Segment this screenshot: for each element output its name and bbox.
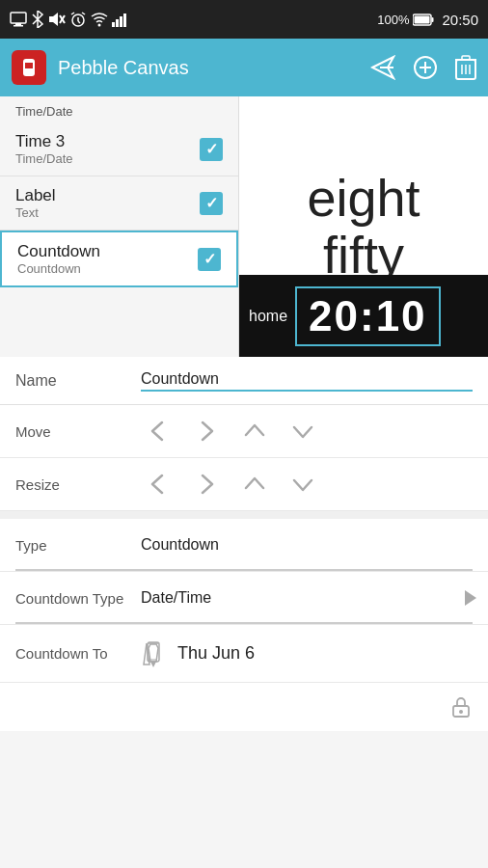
resize-up-button[interactable] [237,467,272,502]
resize-right-button[interactable] [189,467,224,502]
send-icon[interactable] [370,55,395,80]
status-bar: 100% 20:50 [0,0,488,39]
countdown-to-content: Thu Jun 6 [141,640,255,667]
svg-rect-29 [462,56,470,60]
resize-left-button[interactable] [141,467,176,502]
mute-icon [48,11,66,28]
status-right: 100% 20:50 [377,12,478,28]
battery-icon [413,14,434,26]
screen-icon [10,12,27,27]
move-controls [141,414,320,448]
preview-big-text: eight fifty [307,170,420,285]
countdown-type-underline [15,622,473,624]
resize-controls [141,467,320,502]
status-time: 20:50 [442,12,478,28]
dropdown-arrow-icon [465,590,476,606]
add-icon[interactable] [413,55,438,80]
battery-percent: 100% [377,13,409,27]
resize-down-button[interactable] [285,467,320,502]
checkbox-countdown[interactable] [198,248,221,271]
svg-rect-1 [15,23,21,25]
move-right-button[interactable] [189,414,224,448]
preview-area: eight fifty home 20:10 [239,96,488,357]
status-left-icons [10,11,129,28]
svg-rect-18 [415,15,430,23]
property-countdown-type-row[interactable]: Countdown Type Date/Time [0,572,488,625]
signal-icon [112,12,129,27]
section-divider-1 [0,511,488,519]
wifi-icon [91,12,108,27]
svg-line-9 [71,13,74,14]
app-bar: Pebble Canvas [0,39,488,96]
svg-rect-2 [14,25,23,27]
list-item-time3[interactable]: Time 3 Time/Date [0,122,238,176]
checkbox-label[interactable] [200,192,223,215]
svg-marker-3 [49,13,58,26]
app-title: Pebble Canvas [58,57,359,79]
svg-rect-13 [116,19,119,27]
lock-icon-row [0,683,488,731]
type-underline [15,569,473,571]
app-logo [12,50,46,85]
alarm-icon [69,11,87,28]
bluetooth-icon [31,11,44,28]
property-resize-row: Resize [0,458,488,511]
property-name-row: Name Countdown [0,357,488,405]
svg-rect-0 [11,13,26,23]
property-countdown-to-row: Countdown To Thu Jun 6 [0,625,488,683]
svg-rect-21 [25,63,33,68]
app-bar-actions [370,55,476,80]
countdown-date: Thu Jun 6 [177,643,255,664]
svg-rect-14 [120,16,122,27]
checkbox-time3[interactable] [200,138,223,161]
svg-point-37 [459,710,463,714]
svg-rect-12 [112,22,115,27]
svg-line-8 [78,21,80,23]
move-left-button[interactable] [141,414,176,448]
svg-rect-15 [123,14,126,27]
svg-point-11 [98,24,101,27]
preview-countdown: home 20:10 [239,275,488,357]
list-header: Time/Date [0,96,238,122]
properties-panel: Name Countdown Move [0,357,488,731]
property-move-row: Move [0,405,488,458]
svg-rect-17 [432,17,434,22]
item-list: Time/Date Time 3 Time/Date Label Text Co… [0,96,239,357]
list-item-label[interactable]: Label Text [0,176,238,231]
move-up-button[interactable] [237,414,272,448]
top-section: Time/Date Time 3 Time/Date Label Text Co… [0,96,488,357]
list-item-countdown[interactable]: Countdown Countdown [0,231,238,287]
lock-icon[interactable] [449,695,473,719]
property-type-row: Type Countdown [0,519,488,572]
svg-line-10 [82,13,85,14]
move-down-button[interactable] [285,414,320,448]
pencil-icon[interactable] [141,640,166,667]
delete-icon[interactable] [455,55,476,80]
